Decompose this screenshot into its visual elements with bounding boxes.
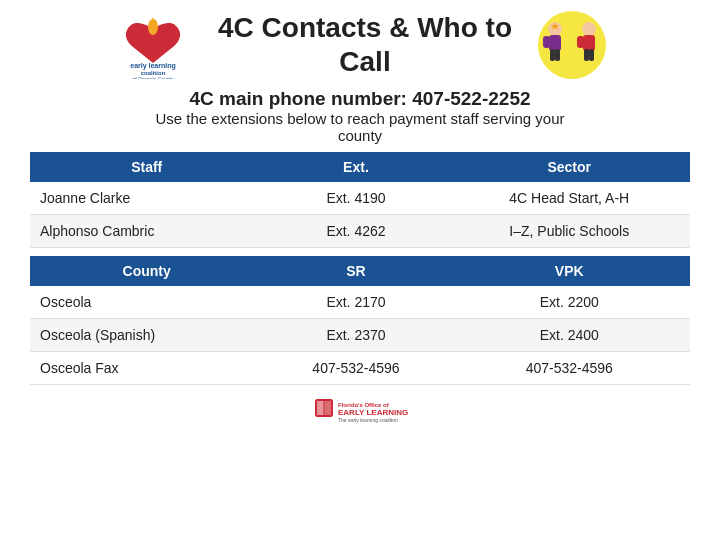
county-name: Osceola (Spanish) — [30, 319, 263, 352]
county-vpk: Ext. 2200 — [449, 286, 691, 319]
table-row: Joanne Clarke Ext. 4190 4C Head Start, A… — [30, 182, 690, 215]
logo-elc: early learning coalition of Osceola Coun… — [108, 10, 198, 80]
svg-rect-21 — [324, 401, 331, 415]
svg-rect-10 — [550, 49, 555, 61]
svg-rect-14 — [577, 36, 584, 48]
sr-col-header: SR — [263, 256, 448, 286]
county-name: Osceola — [30, 286, 263, 319]
staff-col-header: Staff — [30, 152, 263, 182]
staff-header-row: Staff Ext. Sector — [30, 152, 690, 182]
table-row: Osceola Fax 407-532-4596 407-532-4596 — [30, 352, 690, 385]
table-row: Alphonso Cambric Ext. 4262 I–Z, Public S… — [30, 215, 690, 248]
county-vpk: 407-532-4596 — [449, 352, 691, 385]
ext-col-header: Ext. — [263, 152, 448, 182]
svg-text:of Osceola County: of Osceola County — [132, 76, 174, 79]
spacer-row — [30, 248, 690, 257]
svg-text:early learning: early learning — [130, 62, 176, 70]
county-sr: Ext. 2170 — [263, 286, 448, 319]
subtitle: 4C main phone number: 407-522-2252 — [189, 88, 530, 110]
table-row: Osceola (Spanish) Ext. 2370 Ext. 2400 — [30, 319, 690, 352]
county-vpk: Ext. 2400 — [449, 319, 691, 352]
main-title: 4C Contacts & Who to Call — [218, 11, 512, 78]
svg-rect-8 — [543, 36, 550, 48]
sector-col-header: Sector — [449, 152, 691, 182]
county-name: Osceola Fax — [30, 352, 263, 385]
staff-sector: 4C Head Start, A-H — [449, 182, 691, 215]
staff-ext: Ext. 4190 — [263, 182, 448, 215]
county-sr: 407-532-4596 — [263, 352, 448, 385]
staff-ext: Ext. 4262 — [263, 215, 448, 248]
table-row: Osceola Ext. 2170 Ext. 2200 — [30, 286, 690, 319]
main-table: Staff Ext. Sector Joanne Clarke Ext. 419… — [30, 152, 690, 385]
logo-4c — [532, 10, 612, 80]
vpk-col-header: VPK — [449, 256, 691, 286]
svg-rect-15 — [588, 36, 595, 48]
county-header-row: County SR VPK — [30, 256, 690, 286]
staff-name: Alphonso Cambric — [30, 215, 263, 248]
title-block: 4C Contacts & Who to Call — [218, 11, 512, 78]
svg-rect-9 — [554, 36, 561, 48]
staff-name: Joanne Clarke — [30, 182, 263, 215]
table-wrapper: Staff Ext. Sector Joanne Clarke Ext. 419… — [30, 152, 690, 385]
county-col-header: County — [30, 256, 263, 286]
svg-point-12 — [582, 22, 596, 36]
page: early learning coalition of Osceola Coun… — [0, 0, 720, 540]
svg-text:The early learning coalition: The early learning coalition — [338, 417, 398, 423]
svg-rect-11 — [555, 49, 560, 61]
svg-rect-20 — [317, 401, 324, 415]
header: early learning coalition of Osceola Coun… — [30, 10, 690, 80]
county-sr: Ext. 2370 — [263, 319, 448, 352]
svg-rect-16 — [584, 49, 589, 61]
description: Use the extensions below to reach paymen… — [155, 110, 564, 144]
staff-sector: I–Z, Public Schools — [449, 215, 691, 248]
svg-rect-17 — [589, 49, 594, 61]
footer-logo: Florida's Office of EARLY LEARNING The e… — [310, 391, 410, 423]
svg-text:EARLY LEARNING: EARLY LEARNING — [338, 408, 408, 417]
